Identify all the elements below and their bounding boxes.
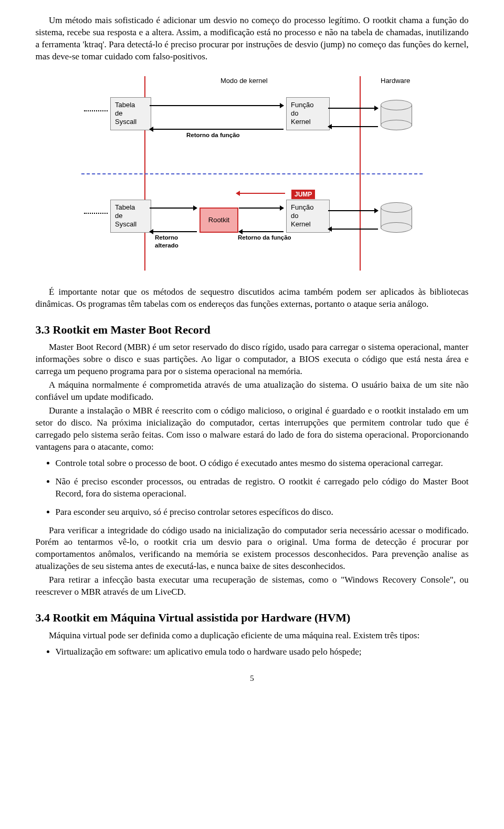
arrow (328, 108, 378, 109)
dotted-arrow (84, 110, 108, 111)
label-retorno-funcao-2: Retorno da função (238, 234, 291, 242)
arrow (150, 208, 197, 209)
box-rootkit: Rootkit (200, 208, 238, 233)
bullet-list: Virtualização em software: um aplicativo… (36, 646, 469, 658)
paragraph: Máquina virtual pode ser definida como a… (36, 630, 469, 642)
box-tabela-syscall-bottom: Tabela de Syscall (110, 200, 151, 233)
bullet-list: Controle total sobre o processo de boot.… (36, 458, 469, 519)
list-item: Virtualização em software: um aplicativo… (56, 646, 469, 658)
label-retorno-alterado: Retorno alterado (155, 234, 178, 250)
label-hardware: Hardware (381, 76, 410, 86)
hardware-cylinder-icon (381, 202, 412, 233)
paragraph: Durante a instalação o MBR é reescrito c… (36, 405, 469, 453)
jump-arrowhead (236, 191, 240, 196)
paragraph: Master Boot Record (MBR) é um setor rese… (36, 341, 469, 378)
separator-dashed (81, 173, 423, 174)
paragraph: Para verificar a integridade do código u… (36, 525, 469, 573)
label-modo-kernel: Modo de kernel (220, 76, 268, 86)
kernel-hook-diagram: Modo de kernel Hardware Tabela de Syscal… (81, 76, 423, 271)
jump-arrow (239, 193, 285, 194)
box-tabela-syscall-top: Tabela de Syscall (110, 97, 151, 130)
dotted-arrow (84, 213, 108, 214)
paragraph: A máquina normalmente é comprometida atr… (36, 379, 469, 403)
arrow (328, 126, 378, 127)
section-heading-3-3: 3.3 Rootkit em Master Boot Record (36, 322, 469, 338)
list-item: Controle total sobre o processo de boot.… (56, 458, 469, 470)
arrow (150, 129, 284, 130)
page-number: 5 (36, 673, 469, 683)
list-item: Para esconder seu arquivo, só é preciso … (56, 506, 469, 519)
hardware-cylinder-icon (381, 100, 412, 130)
section-heading-3-4: 3.4 Rootkit em Máquina Virtual assistida… (36, 610, 469, 626)
paragraph: Um método mais sofisticado é adicionar u… (36, 15, 469, 63)
paragraph: Para retirar a infecção basta executar u… (36, 574, 469, 598)
arrow (239, 231, 284, 232)
list-item: Não é preciso esconder processos, ou ent… (56, 476, 469, 500)
paragraph: É importante notar que os métodos de seq… (36, 286, 469, 310)
arrow (150, 105, 284, 106)
jump-badge: JUMP (291, 190, 315, 199)
box-funcao-kernel-bottom: Função do Kernel (286, 200, 330, 233)
arrow (150, 231, 197, 232)
box-funcao-kernel-top: Função do Kernel (286, 97, 330, 130)
arrow (239, 208, 284, 209)
label-retorno-funcao: Retorno da função (186, 131, 240, 140)
arrow (328, 210, 378, 211)
arrow (328, 229, 378, 230)
